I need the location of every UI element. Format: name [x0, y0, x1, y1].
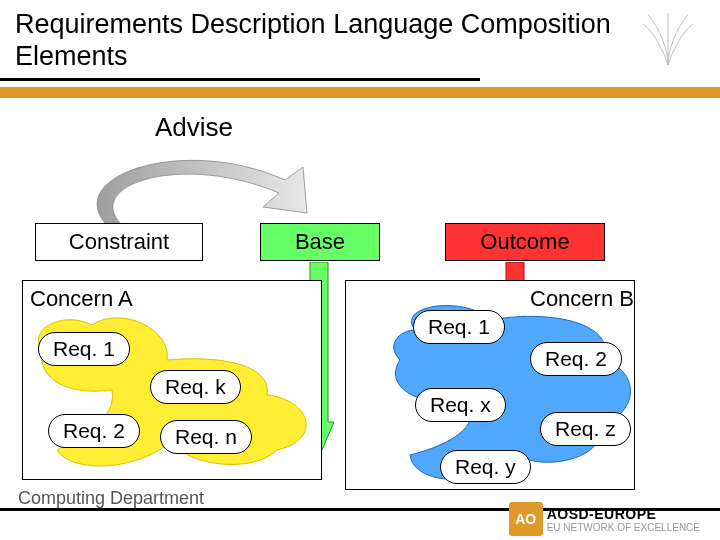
constraint-box: Constraint [35, 223, 203, 261]
footer-tagline: EU NETWORK OF EXCELLENCE [547, 522, 700, 533]
req-b-y: Req. y [440, 450, 531, 484]
req-a-k: Req. k [150, 370, 241, 404]
outcome-box: Outcome [445, 223, 605, 261]
slide-title: Requirements Description Language Compos… [15, 8, 720, 73]
req-a-1: Req. 1 [38, 332, 130, 366]
req-b-1: Req. 1 [413, 310, 505, 344]
concern-a-label: Concern A [30, 286, 133, 312]
req-b-2: Req. 2 [530, 342, 622, 376]
footer-logo: AO AOSD-EUROPE EU NETWORK OF EXCELLENCE [509, 502, 700, 536]
orange-divider-bar [0, 87, 720, 98]
advise-arrow-icon [65, 145, 315, 230]
footer-brand: AOSD-EUROPE [547, 506, 700, 522]
corner-logo-icon [638, 10, 698, 74]
concern-b-label: Concern B [530, 286, 634, 312]
req-b-x: Req. x [415, 388, 506, 422]
advise-label: Advise [155, 112, 233, 143]
footer-department: Computing Department [18, 488, 204, 509]
req-a-n: Req. n [160, 420, 252, 454]
base-box: Base [260, 223, 380, 261]
title-underline [0, 78, 480, 81]
req-a-2: Req. 2 [48, 414, 140, 448]
req-b-z: Req. z [540, 412, 631, 446]
footer-logo-icon: AO [509, 502, 543, 536]
